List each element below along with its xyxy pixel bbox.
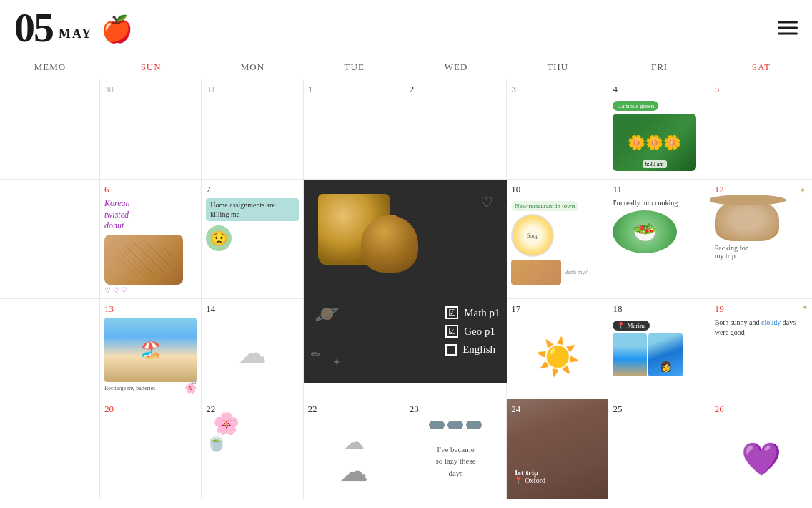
lazy-content: I've becameso lazy thesedays [410, 421, 502, 479]
day-num-31: 31 [206, 84, 298, 95]
soup-image: Soup [511, 214, 554, 257]
cooking-image: 🥗 [613, 210, 677, 253]
pencil-doodle: ✏ [311, 348, 320, 361]
day-num-18: 18 [613, 303, 705, 315]
oxford-tag: 📍 Oxford [514, 477, 545, 484]
cell-31[interactable]: 31 [202, 79, 303, 180]
day-num-26: 26 [715, 404, 808, 415]
calendar: MEMO SUN MON TUE WED THU FRI SAT 30 31 1… [0, 56, 812, 499]
memo-cell-2 [0, 180, 100, 299]
star-doodle-sm: ✦ [332, 356, 341, 368]
header-fri: FRI [608, 56, 710, 79]
cell-6[interactable]: 6 Koreantwisteddonut ♡ ♡ ♡ [100, 180, 202, 299]
cell-21[interactable]: 22 🌸 🍵 ~~~ [202, 399, 303, 499]
beach-image: 🏖️ [104, 318, 197, 382]
day-num-11: 11 [613, 184, 705, 195]
cell-18[interactable]: 18 📍 Marina 👩 [608, 299, 710, 399]
day-num-6: 6 [104, 184, 197, 195]
cloudy-icons: ☁ ☁ [308, 429, 400, 488]
hearts-deco: ♡ ♡ ♡ [104, 286, 127, 294]
cell-5[interactable]: 5 [710, 79, 812, 180]
day-num-10: 10 [511, 184, 603, 195]
check-item-english: English [445, 343, 500, 356]
recharge-text: Recharge my batteries [104, 385, 197, 391]
beach-person-icon: 🏖️ [140, 340, 162, 360]
frown-face: 😟 [206, 225, 232, 251]
tea-cup-emoji: 🍵 [206, 432, 227, 452]
day-num-1: 1 [308, 84, 400, 95]
day-headers-row: MEMO SUN MON TUE WED THU FRI SAT [0, 56, 812, 79]
header-tue: TUE [304, 56, 405, 79]
calendar-row-2: 6 Koreantwisteddonut ♡ ♡ ♡ 7 Home assign… [0, 180, 812, 299]
cell-2[interactable]: 2 [405, 79, 507, 180]
checkbox-english [445, 344, 457, 356]
lazy-dots [410, 421, 502, 429]
header-memo: MEMO [0, 56, 100, 79]
day-num-24: 24 [511, 404, 603, 415]
cell-8[interactable]: ☑ Math p1 ☑ Geo p1 English 🪐 ✏ ✦ [304, 180, 405, 299]
cell-10[interactable]: 10 New restaurant in town Soup Banh my? [507, 180, 608, 299]
cell-30[interactable]: 30 [100, 79, 202, 180]
marina-photo-2: 👩 [648, 333, 683, 376]
cell-26[interactable]: 26 💜 [710, 399, 812, 499]
banh-label: Banh my? [564, 269, 588, 275]
sparkle-deco: ✦ [799, 185, 806, 196]
cloud-top: ☁ [343, 429, 365, 454]
cell-7[interactable]: 7 Home assignments are killing me 😟 [202, 180, 303, 299]
cell-12[interactable]: 12 Packing formy trip ✦ [710, 180, 812, 299]
checklist: ☑ Math p1 ☑ Geo p1 English [445, 306, 500, 361]
heart-doodle: ♡ [480, 194, 493, 211]
cloud-image-14: ☁ [206, 336, 298, 370]
cell-25[interactable]: 25 [608, 399, 710, 499]
planet-doodle: 🪐 [315, 302, 340, 326]
day-num-5: 5 [715, 84, 808, 95]
cell-24[interactable]: 24 1st trip 📍 Oxford [507, 399, 608, 499]
cell-14[interactable]: 14 ☁ [202, 299, 303, 399]
calendar-row-4: 20 22 🌸 🍵 ~~~ 22 ☁ ☁ 23 [0, 399, 812, 499]
cell-3[interactable]: 3 [507, 79, 608, 180]
cell-17[interactable]: 17 ☀️ [507, 299, 608, 399]
cooking-text: I'm really into cooking [613, 198, 705, 207]
cell-23[interactable]: 23 I've becameso lazy thesedays [405, 399, 507, 499]
day-num-7: 7 [206, 184, 298, 195]
cell-22[interactable]: 22 ☁ ☁ [304, 399, 405, 499]
calendar-row-1: 30 31 1 2 3 4 Campus green 6:30 am 5 [0, 79, 812, 180]
sandwich-row: Banh my? [511, 260, 588, 285]
cloud-bottom: ☁ [340, 454, 368, 488]
memo-cell-1 [0, 79, 100, 180]
sun-image: ☀️ [511, 336, 603, 378]
day-num-2: 2 [410, 84, 502, 95]
header: 05 MAY 🍎 [0, 0, 812, 56]
assignment-tag: Home assignments are killing me [206, 198, 298, 221]
trip-text: 1st trip [514, 468, 545, 477]
became-lazy-text: I've becameso lazy thesedays [410, 444, 502, 479]
location-pin-marina: 📍 [617, 322, 625, 329]
day-num-12: 12 [715, 184, 808, 195]
steam-deco: ~~~ [227, 418, 237, 424]
check-item-math: ☑ Math p1 [445, 306, 500, 319]
cell-20[interactable]: 20 [100, 399, 202, 499]
flowers-image: 6:30 am [613, 114, 695, 171]
big-dark-image: ☑ Math p1 ☑ Geo p1 English 🪐 ✏ ✦ [304, 180, 508, 383]
sunny-cloudy-text: Both sunny and cloudy days were good [715, 318, 808, 338]
cell-13[interactable]: 13 🏖️ Recharge my batteries 🌸 ✿ [100, 299, 202, 399]
check-label-english: English [462, 343, 495, 356]
day-number: 05 [14, 7, 53, 49]
cell-1[interactable]: 1 [304, 79, 405, 180]
croissant-image [104, 235, 183, 285]
coffee-cup-2 [361, 215, 418, 273]
day-num-22: 22 [308, 404, 400, 415]
day-num-3: 3 [511, 84, 603, 95]
cell-4[interactable]: 4 Campus green 6:30 am [608, 79, 710, 180]
oxford-overlay: 1st trip 📍 Oxford [514, 468, 545, 484]
marina-tag: 📍 Marina [613, 321, 650, 331]
memo-cell-3 [0, 299, 100, 399]
time-tag: 6:30 am [643, 160, 667, 168]
flower-sm-13: ✿ [191, 378, 197, 386]
menu-button[interactable] [778, 21, 798, 35]
cell-19[interactable]: 19 ✦ Both sunny and cloudy days were goo… [710, 299, 812, 399]
marina-photos: 👩 [613, 333, 705, 376]
header-wed: WED [405, 56, 507, 79]
cell-11[interactable]: 11 I'm really into cooking 🥗 [608, 180, 710, 299]
dot2 [447, 421, 463, 429]
